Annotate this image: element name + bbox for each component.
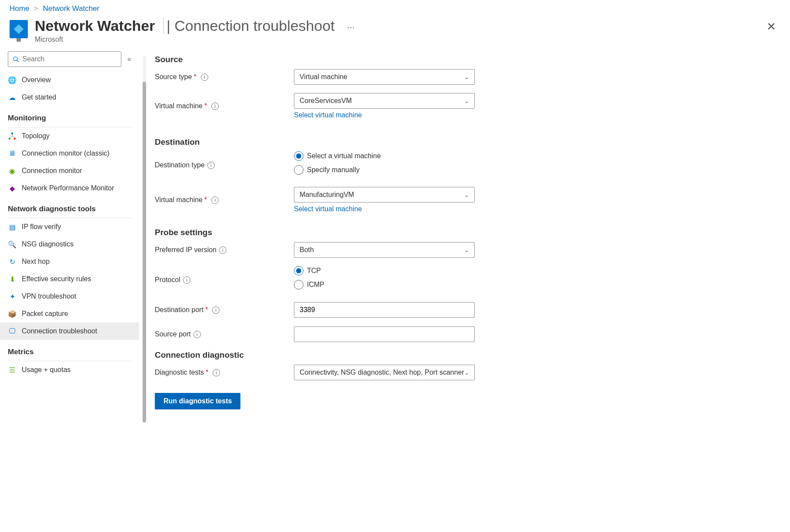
content-scrollbar[interactable] (143, 56, 146, 422)
radio-protocol-tcp[interactable]: TCP (294, 266, 475, 276)
sidebar-item-label: Usage + quotas (22, 366, 71, 374)
link-select-dest-vm[interactable]: Select virtual machine (294, 205, 362, 213)
breadcrumb: Home > Network Watcher (0, 0, 790, 14)
label-diagnostic-tests: Diagnostic tests* i (155, 369, 294, 376)
info-icon[interactable]: i (211, 196, 219, 204)
info-icon[interactable]: i (193, 331, 201, 338)
page-title: Network Watcher | Connection troubleshoo… (35, 17, 335, 34)
conn-trouble-icon: 🖵 (8, 327, 17, 336)
collapse-sidebar-icon[interactable]: « (127, 55, 131, 63)
link-select-source-vm[interactable]: Select virtual machine (294, 111, 362, 119)
sidebar-item-label: NSG diagnostics (22, 240, 73, 248)
label-dest-vm: Virtual machine* i (155, 196, 294, 204)
sidebar-item-next-hop[interactable]: ↻ Next hop (0, 253, 139, 270)
sidebar-item-security-rules[interactable]: ⬇ Effective security rules (0, 270, 139, 288)
run-diagnostic-button[interactable]: Run diagnostic tests (155, 393, 240, 409)
select-diagnostic-tests[interactable]: Connectivity, NSG diagnostic, Next hop, … (294, 365, 475, 380)
chevron-down-icon: ⌄ (464, 369, 469, 376)
search-icon (13, 56, 19, 63)
radio-dest-select-vm[interactable]: Select a virtual machine (294, 151, 475, 161)
page-title-sub: Connection troubleshoot (174, 17, 335, 34)
close-icon[interactable]: ✕ (767, 20, 776, 33)
sidebar-item-packet[interactable]: 📦 Packet capture (0, 305, 139, 323)
sidebar-item-vpn[interactable]: ✦ VPN troubleshoot (0, 288, 139, 305)
page-header: Network Watcher | Connection troubleshoo… (0, 14, 790, 51)
sidebar-item-topology[interactable]: Topology (0, 127, 139, 145)
sidebar-item-label: Next hop (22, 258, 50, 266)
sidebar-item-get-started[interactable]: ☁ Get started (0, 89, 139, 106)
sidebar: « 🌐 Overview ☁ Get started Monitoring To… (0, 51, 139, 422)
sidebar-item-label: Get started (22, 93, 56, 101)
sidebar-section-monitoring: Monitoring (0, 106, 139, 125)
label-ip-version: Preferred IP version i (155, 246, 294, 254)
breadcrumb-network-watcher[interactable]: Network Watcher (43, 4, 100, 13)
radio-dest-manual[interactable]: Specify manually (294, 165, 475, 175)
svg-point-0 (13, 57, 17, 61)
sidebar-item-usage[interactable]: ☰ Usage + quotas (0, 361, 139, 379)
nsg-icon: 🔍 (8, 240, 17, 249)
radio-icon (294, 266, 303, 276)
globe-icon: 🌐 (8, 76, 17, 84)
label-source-type: Source type* i (155, 73, 294, 81)
radio-icon (294, 165, 303, 175)
select-source-type[interactable]: Virtual machine ⌄ (294, 69, 475, 85)
info-icon[interactable]: i (213, 369, 220, 376)
packet-icon: 📦 (8, 309, 17, 318)
sidebar-item-label: Topology (22, 132, 50, 140)
sidebar-item-npm[interactable]: ◆ Network Performance Monitor (0, 180, 139, 197)
more-icon[interactable]: ··· (347, 22, 355, 33)
cloud-icon: ☁ (8, 93, 17, 102)
info-icon[interactable]: i (183, 276, 190, 284)
info-icon[interactable]: i (201, 73, 208, 81)
info-icon[interactable]: i (212, 306, 220, 314)
sidebar-item-label: Overview (22, 76, 51, 84)
sidebar-item-conn-troubleshoot[interactable]: 🖵 Connection troubleshoot (0, 323, 139, 340)
input-dest-port[interactable] (294, 302, 475, 318)
diamond-icon: ◆ (8, 184, 17, 193)
select-ip-version[interactable]: Both ⌄ (294, 242, 475, 258)
section-diagnostic: Connection diagnostic (155, 350, 475, 360)
select-dest-vm[interactable]: ManufacturingVM ⌄ (294, 187, 475, 203)
page-title-main: Network Watcher (35, 17, 155, 34)
monitor-icon: ◉ (8, 166, 17, 175)
network-watcher-icon (10, 20, 28, 38)
sidebar-item-label: Packet capture (22, 310, 68, 318)
sidebar-item-ip-flow[interactable]: ▤ IP flow verify (0, 218, 139, 236)
page-org: Microsoft (35, 36, 335, 43)
chevron-down-icon: ⌄ (464, 98, 469, 104)
svg-rect-3 (9, 138, 10, 140)
label-source-port: Source port i (155, 330, 294, 338)
section-destination: Destination (155, 137, 475, 147)
topology-icon (8, 132, 17, 140)
chevron-down-icon: ⌄ (464, 74, 469, 80)
next-hop-icon: ↻ (8, 257, 17, 266)
chevron-down-icon: ⌄ (464, 192, 469, 198)
svg-line-1 (17, 60, 19, 62)
sidebar-item-label: Connection monitor (22, 167, 82, 175)
sidebar-item-label: Connection monitor (classic) (22, 150, 110, 157)
breadcrumb-home[interactable]: Home (10, 4, 29, 13)
sidebar-item-connection-monitor-classic[interactable]: 🖥 Connection monitor (classic) (0, 145, 139, 162)
sidebar-item-overview[interactable]: 🌐 Overview (0, 71, 139, 89)
monitor-classic-icon: 🖥 (8, 149, 17, 158)
info-icon[interactable]: i (211, 103, 219, 110)
svg-rect-2 (11, 133, 13, 134)
radio-protocol-icmp[interactable]: ICMP (294, 280, 475, 289)
sidebar-section-diagnostic: Network diagnostic tools (0, 197, 139, 216)
svg-rect-4 (14, 138, 16, 140)
chevron-down-icon: ⌄ (464, 247, 469, 253)
sidebar-search[interactable] (8, 51, 121, 67)
search-input[interactable] (23, 55, 117, 63)
vpn-icon: ✦ (8, 292, 17, 301)
info-icon[interactable]: i (207, 162, 215, 169)
label-dest-port: Destination port* i (155, 306, 294, 314)
form-panel: Source Source type* i Virtual machine ⌄ … (155, 51, 488, 422)
sidebar-item-connection-monitor[interactable]: ◉ Connection monitor (0, 162, 139, 180)
info-icon[interactable]: i (219, 246, 227, 254)
select-source-vm[interactable]: CoreServicesVM ⌄ (294, 93, 475, 109)
input-source-port[interactable] (294, 326, 475, 342)
sidebar-item-nsg[interactable]: 🔍 NSG diagnostics (0, 236, 139, 253)
ip-flow-icon: ▤ (8, 223, 17, 231)
chevron-right-icon: > (34, 4, 38, 13)
sidebar-item-label: Effective security rules (22, 275, 91, 283)
